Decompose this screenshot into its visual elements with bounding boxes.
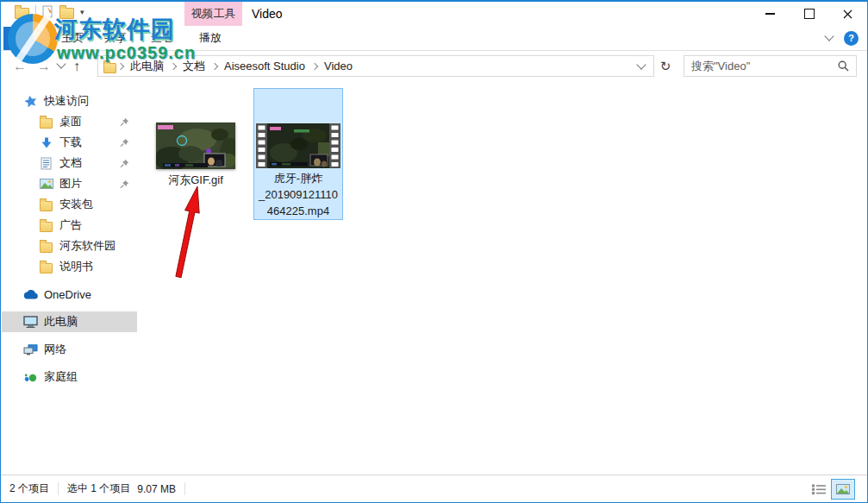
sidebar-item-label: 文档 bbox=[59, 155, 82, 171]
tab-home[interactable]: 主页 bbox=[61, 26, 84, 50]
network-icon bbox=[22, 344, 39, 355]
download-icon bbox=[38, 137, 54, 148]
sidebar-item-quick-access[interactable]: 快速访问 bbox=[2, 91, 137, 111]
file-item-gif[interactable]: 河东GIF.gif bbox=[139, 116, 253, 193]
sidebar-item-label: 安装包 bbox=[59, 197, 93, 212]
qat-customize-icon[interactable]: ▾ bbox=[80, 8, 84, 16]
sidebar-item-installer[interactable]: 安装包 bbox=[2, 194, 137, 215]
divider bbox=[35, 5, 36, 18]
up-icon[interactable]: ↑ bbox=[73, 51, 80, 81]
breadcrumb-chevron[interactable] bbox=[211, 62, 218, 69]
sidebar-item-label: 桌面 bbox=[59, 114, 82, 129]
window-title: Video bbox=[252, 2, 283, 26]
minimize-button[interactable] bbox=[751, 2, 790, 26]
breadcrumb-documents[interactable]: 文档 bbox=[178, 59, 210, 74]
address-dropdown-icon[interactable] bbox=[636, 60, 646, 69]
folder-icon bbox=[38, 115, 54, 129]
back-icon[interactable]: ← bbox=[13, 51, 27, 81]
selection-info: 选中 1 个项目 bbox=[67, 481, 130, 496]
folder-icon bbox=[38, 260, 54, 274]
folder-icon bbox=[38, 218, 54, 232]
sidebar-item-hedong[interactable]: 河东软件园 bbox=[2, 236, 137, 256]
sidebar-item-homegroup[interactable]: 家庭组 bbox=[2, 367, 137, 387]
help-icon[interactable]: ? bbox=[844, 31, 859, 46]
ribbon-right-controls: ? bbox=[826, 26, 859, 50]
file-name-line: 464225.mp4 bbox=[251, 203, 346, 219]
search-input[interactable] bbox=[684, 60, 838, 72]
sidebar-item-label: 图片 bbox=[59, 176, 82, 192]
pin-icon[interactable] bbox=[120, 179, 129, 192]
sidebar-item-downloads[interactable]: 下载 bbox=[2, 132, 137, 153]
sidebar-item-label: 家庭组 bbox=[44, 369, 78, 385]
sidebar-item-this-pc[interactable]: 此电脑 bbox=[2, 311, 137, 332]
tab-file[interactable]: 文件 bbox=[3, 27, 53, 50]
sidebar-item-label: OneDrive bbox=[44, 288, 91, 301]
breadcrumb-aiseesoft-studio[interactable]: Aiseesoft Studio bbox=[219, 60, 310, 72]
sidebar-item-ads[interactable]: 广告 bbox=[2, 215, 137, 236]
pin-icon[interactable] bbox=[120, 137, 129, 150]
homegroup-icon bbox=[22, 372, 39, 383]
view-switcher bbox=[811, 479, 855, 500]
close-button[interactable] bbox=[828, 2, 867, 26]
video-thumbnail bbox=[256, 123, 340, 171]
explorer-window: ▾ 视频工具 Video 文件 主页 共享 查看 播放 ? ← → ↑ bbox=[0, 0, 868, 503]
item-count: 2 个项目 bbox=[9, 481, 49, 496]
ribbon-tab-row: 文件 主页 共享 查看 播放 ? bbox=[1, 26, 867, 51]
tab-share[interactable]: 共享 bbox=[104, 26, 127, 50]
breadcrumb-video[interactable]: Video bbox=[319, 60, 358, 72]
forward-icon[interactable]: → bbox=[37, 51, 51, 81]
breadcrumb-this-pc[interactable]: 此电脑 bbox=[125, 59, 169, 74]
maximize-icon bbox=[804, 9, 815, 19]
pin-icon[interactable] bbox=[120, 158, 129, 171]
close-icon bbox=[843, 9, 852, 19]
sidebar-item-network[interactable]: 网络 bbox=[2, 339, 137, 360]
divider bbox=[58, 482, 59, 495]
new-folder-icon[interactable] bbox=[59, 8, 74, 19]
sidebar-item-documents[interactable]: 文档 bbox=[2, 153, 137, 173]
file-item-mp4-selected[interactable]: 虎牙-胖炸 _201909121110 464225.mp4 bbox=[253, 88, 343, 220]
quick-access-toolbar: ▾ bbox=[15, 4, 84, 19]
address-bar-row: ← → ↑ 此电脑 文档 Aiseesoft Studio Video ↻ bbox=[1, 51, 867, 81]
divider bbox=[184, 482, 185, 495]
sidebar-item-desktop[interactable]: 桌面 bbox=[2, 111, 137, 132]
file-name-line: _201909121110 bbox=[251, 186, 346, 203]
sidebar-item-label: 说明书 bbox=[59, 259, 93, 274]
search-box bbox=[684, 55, 857, 77]
details-view-icon[interactable] bbox=[811, 483, 827, 495]
sidebar-item-label: 下载 bbox=[59, 135, 82, 150]
pin-icon[interactable] bbox=[120, 116, 129, 129]
gif-thumbnail bbox=[156, 123, 235, 169]
file-name-line: 虎牙-胖炸 bbox=[251, 170, 346, 186]
onedrive-cloud-icon bbox=[22, 290, 39, 299]
sidebar-item-label: 网络 bbox=[44, 342, 66, 357]
sidebar-item-label: 此电脑 bbox=[44, 314, 78, 330]
status-bar-left: 2 个项目 选中 1 个项目 9.07 MB bbox=[1, 481, 194, 496]
expand-ribbon-icon[interactable] bbox=[824, 31, 834, 41]
picture-icon bbox=[38, 179, 54, 189]
breadcrumb-chevron[interactable] bbox=[117, 62, 124, 69]
file-list-area[interactable]: 河东GIF.gif bbox=[139, 81, 866, 474]
maximize-button[interactable] bbox=[790, 2, 828, 26]
sidebar-item-onedrive[interactable]: OneDrive bbox=[2, 284, 137, 305]
quick-access-star-icon bbox=[22, 95, 39, 107]
breadcrumb-chevron[interactable] bbox=[311, 62, 318, 69]
navigation-pane: 快速访问 桌面 下载 文档 图片 安装包 广告 bbox=[1, 81, 139, 474]
explorer-app-icon[interactable] bbox=[15, 8, 29, 19]
search-icon[interactable] bbox=[838, 60, 849, 72]
sidebar-item-pictures[interactable]: 图片 bbox=[2, 173, 137, 194]
contextual-tab-group-video-tools[interactable]: 视频工具 bbox=[184, 2, 242, 26]
window-controls bbox=[751, 2, 867, 26]
sidebar-item-label: 广告 bbox=[59, 217, 82, 233]
address-bar[interactable]: 此电脑 文档 Aiseesoft Studio Video bbox=[97, 55, 654, 77]
properties-icon[interactable] bbox=[42, 5, 53, 18]
breadcrumb-chevron[interactable] bbox=[170, 62, 177, 69]
folder-icon bbox=[38, 198, 54, 211]
refresh-icon[interactable]: ↻ bbox=[654, 55, 677, 77]
large-icons-view-button[interactable] bbox=[831, 479, 855, 500]
computer-icon bbox=[22, 316, 39, 328]
selection-size: 9.07 MB bbox=[137, 483, 176, 495]
tab-play[interactable]: 播放 bbox=[199, 26, 222, 50]
tab-view[interactable]: 查看 bbox=[151, 26, 173, 50]
sidebar-item-manual[interactable]: 说明书 bbox=[2, 256, 137, 277]
recent-locations-icon[interactable] bbox=[56, 59, 66, 68]
